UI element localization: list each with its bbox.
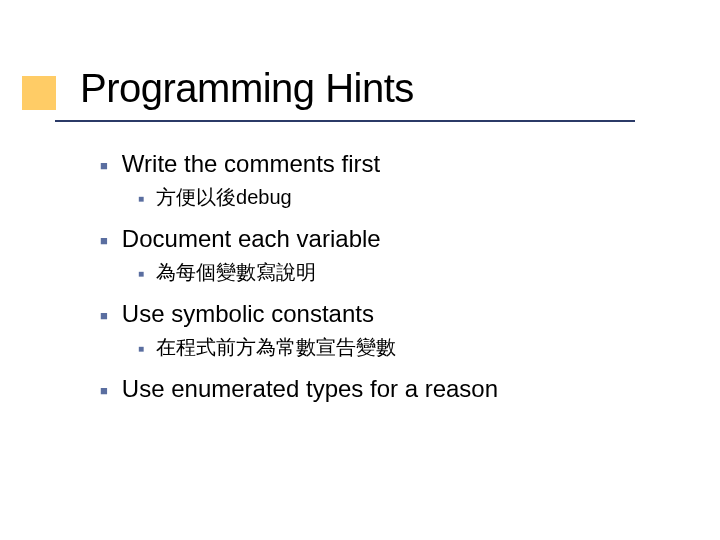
list-item: ■ Use symbolic constants — [100, 300, 660, 328]
list-subitem-text: 為每個變數寫說明 — [156, 259, 316, 286]
list-subitem: ■ 為每個變數寫說明 — [138, 259, 660, 286]
title-underline — [55, 120, 635, 122]
bullet-icon: ■ — [100, 308, 108, 323]
list-subitem: ■ 方便以後debug — [138, 184, 660, 211]
bullet-icon: ■ — [138, 193, 144, 204]
bullet-icon: ■ — [138, 268, 144, 279]
slide-content: ■ Write the comments first ■ 方便以後debug ■… — [100, 150, 660, 409]
title-accent-box — [22, 76, 56, 110]
slide-title: Programming Hints — [80, 66, 414, 111]
list-item-text: Write the comments first — [122, 150, 380, 178]
bullet-icon: ■ — [100, 383, 108, 398]
list-subitem-text: 方便以後debug — [156, 184, 292, 211]
list-subitem-text: 在程式前方為常數宣告變數 — [156, 334, 396, 361]
bullet-icon: ■ — [100, 158, 108, 173]
list-item: ■ Use enumerated types for a reason — [100, 375, 660, 403]
list-subitem: ■ 在程式前方為常數宣告變數 — [138, 334, 660, 361]
list-item: ■ Document each variable — [100, 225, 660, 253]
list-item-text: Use enumerated types for a reason — [122, 375, 498, 403]
list-item-text: Document each variable — [122, 225, 381, 253]
list-item: ■ Write the comments first — [100, 150, 660, 178]
bullet-icon: ■ — [138, 343, 144, 354]
bullet-icon: ■ — [100, 233, 108, 248]
list-item-text: Use symbolic constants — [122, 300, 374, 328]
